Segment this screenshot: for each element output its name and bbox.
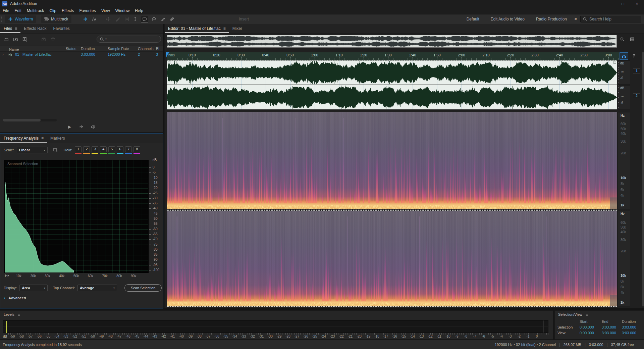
display-dropdown[interactable]: Area ▾ [19,285,48,291]
spectrogram-channel-left[interactable] [167,112,617,209]
workspace-overflow-button[interactable]: » [575,16,577,21]
overview-waveform[interactable] [167,35,617,48]
files-search-box[interactable]: ▾ [97,36,161,43]
zoom-settings-icon[interactable] [620,37,625,42]
frequency-graph[interactable]: Scanned Selection [4,160,149,273]
lasso-selection-tool-button[interactable] [150,16,158,22]
tab-effects-rack[interactable]: Effects Rack [20,24,50,32]
menu-clip[interactable]: Clip [47,8,59,14]
waveform-view-button[interactable]: Waveform [5,15,36,23]
column-header-duration[interactable]: Duration [81,47,95,51]
column-header-sample-rate[interactable]: Sample Rate [108,47,129,51]
files-search-input[interactable] [108,37,155,41]
workspace-radio-production[interactable]: Radio Production [536,17,567,21]
playhead-marker[interactable] [166,52,169,58]
menu-window[interactable]: Window [113,8,132,14]
menu-view[interactable]: View [99,8,113,14]
channel2-button[interactable]: 2 [633,93,640,98]
pin-icon[interactable] [632,54,636,58]
selview-end-value[interactable]: 3:03.000 [602,325,622,331]
selview-start-value[interactable]: 0:00.000 [580,331,602,337]
hold-button-3[interactable]: 3 [92,146,98,152]
hold-button-8[interactable]: 8 [133,146,140,152]
hold-button-2[interactable]: 2 [83,146,90,152]
file-list-row[interactable]: › 01 - Master of Life.flac 3:03.000 1920… [0,52,163,58]
monitor-toggle[interactable] [620,52,628,60]
close-button[interactable]: × [630,0,644,7]
menu-file[interactable]: File [0,8,12,14]
open-file-icon[interactable] [4,37,8,42]
gain-handle-left[interactable] [168,61,170,64]
editor-vertical-scrollbar[interactable] [642,52,644,306]
hold-button-6[interactable]: 6 [117,146,123,152]
time-selection-tool-button[interactable] [131,16,139,22]
levels-unit-label: dB [3,335,7,338]
workspace-default[interactable]: Default [467,17,479,21]
scale-dropdown[interactable]: Linear ▾ [17,147,48,153]
marquee-selection-tool-button[interactable] [141,16,148,22]
spot-healing-brush-tool-button[interactable] [168,16,176,22]
hold-button-1[interactable]: 1 [75,146,82,152]
minimize-button[interactable]: – [602,0,616,7]
layout-grid-icon[interactable] [630,37,635,42]
hold-button-5[interactable]: 5 [108,146,115,152]
copy-graph-icon[interactable] [53,148,58,152]
menu-favorites[interactable]: Favorites [77,8,99,14]
column-header-channels[interactable]: Channels [138,47,153,51]
panel-menu-icon[interactable]: ≡ [223,26,226,31]
gain-handle-right[interactable] [613,61,616,64]
expand-chevron-icon[interactable]: › [2,52,4,56]
tab-mixer[interactable]: Mixer [229,24,246,32]
selview-end-value[interactable]: 3:03.000 [602,331,622,337]
selview-start-value[interactable]: 0:00.000 [580,325,602,331]
speaker-icon[interactable] [91,124,95,129]
clip-indicator[interactable] [543,320,548,333]
top-channel-dropdown[interactable]: Average ▾ [77,285,117,291]
channel1-button[interactable]: 1 [633,68,640,73]
help-search-input[interactable] [589,17,633,21]
show-spectral-display-button[interactable] [91,16,98,22]
menu-help[interactable]: Help [132,8,146,14]
panel-menu-icon[interactable]: ≡ [586,312,588,317]
tab-markers[interactable]: Markers [47,134,68,142]
menu-edit[interactable]: Edit [12,8,24,14]
loop-icon[interactable] [78,124,83,129]
tab-editor[interactable]: Editor: 01 - Master of Life.flac ≡ [165,24,229,33]
levels-tick-label: -59 [10,335,15,338]
workspace-edit-audio-to-video[interactable]: Edit Audio to Video [491,17,525,21]
help-search-box[interactable] [580,16,641,22]
panel-menu-icon[interactable]: ≡ [41,136,44,141]
advanced-toggle[interactable]: › Advanced [4,296,26,300]
menu-multitrack[interactable]: Multitrack [24,8,47,14]
hold-button-4[interactable]: 4 [100,146,107,152]
panel-menu-icon[interactable]: ≡ [15,26,17,31]
paintbrush-selection-tool-button[interactable] [159,16,167,22]
hold-button-7[interactable]: 7 [125,146,132,152]
multitrack-view-button[interactable]: Multitrack [41,15,71,23]
tab-favorites[interactable]: Favorites [50,24,73,32]
maximize-button[interactable]: □ [616,0,630,7]
selview-duration-value[interactable]: 3:03.000 [622,331,643,337]
levels-tick-label: -22 [339,335,343,338]
selview-duration-value[interactable]: 3:03.000 [622,325,643,331]
tab-files[interactable]: Files≡ [0,24,20,33]
waveform-channel-left[interactable] [167,60,617,85]
timeline-ruler[interactable]: hms 0:100:200:300:400:501:001:101:201:30… [167,52,619,60]
import-file-icon[interactable] [13,37,18,42]
column-header-bitdepth[interactable]: Bi [156,47,159,51]
spectrogram-channel-right[interactable] [167,211,617,306]
tab-frequency-analysis[interactable]: Frequency Analysis≡ [0,134,47,143]
toolbar-grip[interactable] [1,16,2,22]
show-waveform-display-button[interactable] [82,16,89,22]
chevron-right-icon: › [4,296,5,300]
hold-color-8 [133,153,140,154]
files-horizontal-scrollbar[interactable] [3,119,57,121]
column-header-status[interactable]: Status [66,47,76,51]
menu-effects[interactable]: Effects [59,8,76,14]
waveform-channel-right[interactable] [167,85,617,109]
scan-selection-button[interactable]: Scan Selection [124,284,162,292]
db-tick-mark [149,183,151,183]
panel-menu-icon[interactable]: ≡ [18,312,20,317]
new-content-icon[interactable] [22,37,27,42]
play-icon[interactable]: ▶ [68,124,71,129]
